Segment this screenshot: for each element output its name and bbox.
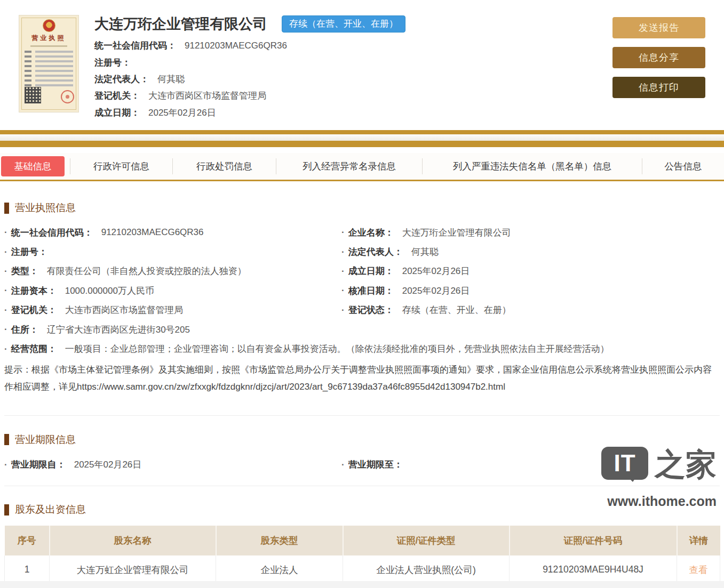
field-reg-number: 注册号： <box>4 242 341 261</box>
tab-abnormal-operation-list[interactable]: 列入经营异常名录信息 <box>276 158 422 174</box>
license-adjustment-notice: 提示：根据《市场主体登记管理条例》及其实施细则，按照《市场监管总局办公厅关于调整… <box>4 361 715 396</box>
section-title-business-license: 营业执照信息 <box>4 201 720 215</box>
field-term-to: 营业期限至： <box>341 455 720 474</box>
field-legal-rep: 法定代表人： 何其聪 <box>341 242 720 261</box>
header-field-establish-date: 成立日期： 2025年02月26日 <box>94 104 405 121</box>
share-info-button[interactable]: 信息分享 <box>612 47 705 68</box>
shareholder-table-header-row: 序号 股东名称 股东类型 证照/证件类型 证照/证件号码 详情 <box>5 526 720 555</box>
header-field-legal-rep: 法定代表人： 何其聪 <box>94 71 405 87</box>
shareholder-table-row: 1 大连万虹企业管理有限公司 企业法人 企业法人营业执照(公司) 9121020… <box>5 555 720 584</box>
section-bar <box>4 504 9 515</box>
section-divider <box>4 415 720 416</box>
section-bar <box>4 203 9 214</box>
shareholder-table: 序号 股东名称 股东类型 证照/证件类型 证照/证件号码 详情 1 大连万虹企业… <box>4 526 720 585</box>
license-qr-code <box>25 87 41 103</box>
field-company-name: 企业名称： 大连万珩企业管理有限公司 <box>341 223 720 242</box>
gold-divider-stripes <box>0 130 724 147</box>
col-header-index: 序号 <box>5 526 50 555</box>
field-term-from: 营业期限自： 2025年02月26日 <box>4 455 341 474</box>
col-header-detail: 详情 <box>677 526 720 555</box>
header-field-reg-authority: 登记机关： 大连市西岗区市场监督管理局 <box>94 87 405 104</box>
section-bar <box>4 434 9 445</box>
page-header: 营业执照 大连万珩企业管理有限公司 存续（在营、开业、在册） 统一社会信用代码：… <box>0 0 724 130</box>
field-company-type: 类型： 有限责任公司（非自然人投资或控股的法人独资） <box>4 262 341 281</box>
section-divider <box>4 486 720 486</box>
field-address: 住所： 辽宁省大连市西岗区先进街30号205 <box>4 320 341 339</box>
tab-administrative-penalty[interactable]: 行政处罚信息 <box>172 158 276 174</box>
field-credit-code: 统一社会信用代码： 91210203MAECG6QR36 <box>4 223 341 242</box>
company-title: 大连万珩企业管理有限公司 <box>94 14 267 34</box>
field-business-scope: 经营范围： 一般项目：企业总部管理；企业管理咨询；以自有资金从事投资活动。（除依… <box>4 339 720 358</box>
view-detail-link[interactable]: 查看 <box>689 565 708 575</box>
tab-administrative-license[interactable]: 行政许可信息 <box>70 158 172 174</box>
field-approval-date: 核准日期： 2025年02月26日 <box>341 281 720 300</box>
print-info-button[interactable]: 信息打印 <box>612 77 705 98</box>
col-header-cert-number: 证照/证件号码 <box>510 526 677 555</box>
page-bottom-strip <box>0 581 724 588</box>
tab-bar: 基础信息 行政许可信息 行政处罚信息 列入经营异常名录信息 列入严重违法失信名单… <box>0 153 724 181</box>
header-action-buttons: 发送报告 信息分享 信息打印 <box>612 17 705 98</box>
tab-basic-info[interactable]: 基础信息 <box>0 156 70 177</box>
section-title-business-term: 营业期限信息 <box>4 433 720 447</box>
cell-shareholder-type: 企业法人 <box>216 555 343 584</box>
tab-announcement-info[interactable]: 公告信息 <box>642 158 724 174</box>
status-badge: 存续（在营、开业、在册） <box>282 15 405 33</box>
cell-index: 1 <box>5 555 50 584</box>
header-field-reg-number: 注册号： <box>94 54 405 70</box>
license-red-seal-icon <box>61 90 74 103</box>
cell-shareholder-name: 大连万虹企业管理有限公司 <box>50 555 216 584</box>
tab-basic-info-pill[interactable]: 基础信息 <box>1 156 65 176</box>
tab-gap <box>0 147 724 153</box>
business-term-fields: 营业期限自： 2025年02月26日 营业期限至： <box>4 455 720 474</box>
header-fields: 统一社会信用代码： 91210203MAECG6QR36 注册号： 法定代表人：… <box>94 37 405 121</box>
field-establish-date: 成立日期： 2025年02月26日 <box>341 262 720 281</box>
field-registered-capital: 注册资本： 1000.000000万人民币 <box>4 281 341 300</box>
field-reg-status: 登记状态： 存续（在营、开业、在册） <box>341 301 720 320</box>
tab-serious-violation-blacklist[interactable]: 列入严重违法失信名单（黑名单）信息 <box>422 158 642 174</box>
cell-cert-type: 企业法人营业执照(公司) <box>343 555 510 584</box>
col-header-cert-type: 证照/证件类型 <box>343 526 510 555</box>
cell-cert-number: 91210203MAE9H4U48J <box>510 555 677 584</box>
col-header-shareholder-type: 股东类型 <box>216 526 343 555</box>
main-content: 营业执照信息 统一社会信用代码： 91210203MAECG6QR36 企业名称… <box>0 201 724 585</box>
header-field-credit-code: 统一社会信用代码： 91210203MAECG6QR36 <box>94 37 405 54</box>
col-header-shareholder-name: 股东名称 <box>50 526 216 555</box>
business-license-fields: 统一社会信用代码： 91210203MAECG6QR36 企业名称： 大连万珩企… <box>4 223 720 359</box>
business-license-thumbnail: 营业执照 <box>19 15 79 112</box>
send-report-button[interactable]: 发送报告 <box>612 17 705 38</box>
section-title-shareholders: 股东及出资信息 <box>4 503 720 517</box>
field-reg-authority: 登记机关： 大连市西岗区市场监督管理局 <box>4 301 341 320</box>
